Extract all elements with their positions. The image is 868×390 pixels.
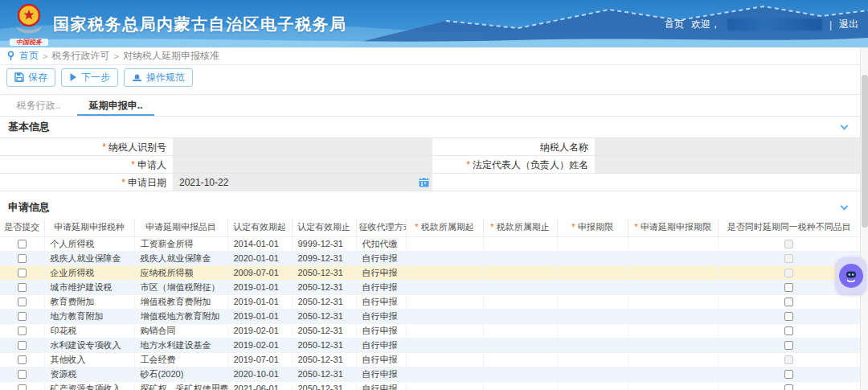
table-row[interactable]: 教育费附加增值税教育费附加2019-01-012050-12-31自行申报 [0, 294, 860, 309]
required-marker: * [490, 222, 493, 232]
submit-checkbox[interactable] [18, 384, 27, 390]
save-icon [14, 72, 24, 82]
same-item-checkbox[interactable] [784, 283, 793, 292]
submit-checkbox[interactable] [18, 269, 27, 277]
submit-cell [0, 251, 44, 265]
vertical-scrollbar[interactable] [860, 47, 868, 390]
submit-cell [0, 265, 44, 280]
table-cell [483, 309, 557, 323]
assistant-widget[interactable] [836, 257, 866, 294]
table-cell [406, 236, 483, 251]
table-cell [557, 352, 628, 367]
column-header: *申报期限 [557, 218, 628, 236]
play-icon [69, 72, 77, 82]
table-row[interactable]: 城市维护建设税市区（增值税附征）2019-01-012050-12-31自行申报 [0, 280, 860, 294]
table-cell: 2019-01-01 [227, 280, 292, 294]
home-link[interactable]: 首页 [665, 18, 684, 31]
table-cell: 自行申报 [356, 309, 406, 323]
submit-checkbox[interactable] [18, 240, 27, 248]
submit-checkbox[interactable] [18, 254, 27, 263]
legal-rep-field [595, 156, 860, 173]
breadcrumb-home[interactable]: 首页 [19, 49, 39, 63]
table-row[interactable]: 水利建设专项收入地方水利建设基金2019-02-012050-12-31自行申报 [0, 338, 860, 352]
table-cell: 自行申报 [356, 381, 406, 390]
logo-caption: 中国税务 [10, 39, 48, 46]
tab-delay-application[interactable]: 延期申报申.. [77, 95, 154, 116]
form-row: *申请日期 2021-10-22 [0, 174, 860, 191]
header-divider: | [829, 19, 832, 31]
table-row[interactable]: 个人所得税工资薪金所得2014-01-019999-12-31代扣代缴 [0, 236, 860, 251]
breadcrumb: 首页 > 税务行政许可 > 对纳税人延期申报核准 [0, 47, 868, 65]
table-cell: 2050-12-31 [292, 323, 356, 338]
table-row[interactable]: 其他收入工会经费2019-07-012050-12-31自行申报 [0, 352, 860, 367]
table-cell: 2019-07-01 [227, 352, 292, 367]
table-cell [557, 381, 628, 390]
required-marker: * [131, 159, 135, 170]
table-cell: 自行申报 [356, 294, 406, 309]
table-cell: 工会经费 [134, 352, 227, 367]
apply-date-field[interactable]: 2021-10-22 [173, 174, 432, 191]
same-item-cell [718, 323, 860, 338]
submit-checkbox[interactable] [18, 370, 27, 379]
submit-cell [0, 236, 44, 251]
table-cell [483, 294, 557, 309]
table-cell: 增值税地方教育附加 [134, 309, 227, 323]
application-info-section-header: 申请信息 [0, 197, 860, 218]
table-cell [406, 280, 483, 294]
same-item-checkbox[interactable] [784, 370, 793, 379]
table-row[interactable]: 矿产资源专项收入探矿权、采矿权使用费收入2021-06-012050-12-31… [0, 381, 860, 390]
tab-tax-admin[interactable]: 税务行政.. [0, 95, 77, 116]
table-cell [406, 251, 483, 265]
same-item-checkbox[interactable] [784, 298, 793, 306]
table-cell: 自行申报 [356, 265, 406, 280]
apply-date-label: *申请日期 [0, 174, 173, 191]
table-cell [406, 367, 483, 381]
submit-checkbox[interactable] [18, 355, 27, 364]
same-item-checkbox[interactable] [784, 341, 793, 350]
table-row[interactable]: 残疾人就业保障金残疾人就业保障金2020-01-012099-12-31自行申报 [0, 251, 860, 265]
table-cell: 2021-06-01 [227, 381, 292, 390]
form-row: *纳税人识别号 纳税人名称 [0, 138, 860, 156]
same-item-cell [718, 338, 860, 352]
table-cell: 购销合同 [134, 323, 227, 338]
table-cell: 水利建设专项收入 [44, 338, 134, 352]
chevron-down-icon[interactable] [841, 203, 849, 211]
same-item-checkbox[interactable] [784, 326, 793, 335]
column-header: 申请延期申报税种 [44, 218, 134, 236]
table-cell: 2099-12-31 [292, 251, 356, 265]
table-cell: 2050-12-31 [292, 280, 356, 294]
applicant-field [173, 156, 432, 173]
table-cell: 自行申报 [356, 323, 406, 338]
applicant-label: *申请人 [0, 156, 173, 173]
national-emblem-icon [11, 2, 47, 35]
robot-icon [844, 269, 858, 283]
table-row[interactable]: 资源税砂石(2020)2020-10-012050-12-31自行申报 [0, 367, 860, 381]
breadcrumb-separator: > [43, 51, 47, 61]
submit-checkbox[interactable] [18, 326, 27, 335]
table-row[interactable]: 地方教育附加增值税地方教育附加2019-01-012050-12-31自行申报 [0, 309, 860, 323]
table-cell: 应纳税所得额 [134, 265, 227, 280]
table-row[interactable]: 印花税购销合同2019-02-012050-12-31自行申报 [0, 323, 860, 338]
operation-spec-button[interactable]: 操作规范 [124, 68, 193, 87]
scrollbar-thumb[interactable] [862, 75, 868, 228]
chevron-down-icon[interactable] [841, 122, 849, 130]
table-cell: 砂石(2020) [134, 367, 227, 381]
table-cell [557, 323, 628, 338]
next-step-button-label: 下一步 [81, 71, 110, 84]
submit-checkbox[interactable] [18, 341, 27, 350]
submit-checkbox[interactable] [18, 283, 27, 292]
next-step-button[interactable]: 下一步 [61, 68, 118, 87]
calendar-icon[interactable] [419, 177, 429, 187]
table-cell: 自行申报 [356, 367, 406, 381]
submit-checkbox[interactable] [18, 312, 27, 321]
same-item-checkbox[interactable] [784, 384, 793, 390]
header-right: 首页 欢迎， | 退出 [665, 18, 858, 31]
submit-checkbox[interactable] [18, 298, 27, 306]
table-cell [628, 294, 718, 309]
logout-link[interactable]: 退出 [839, 18, 858, 31]
save-button[interactable]: 保存 [6, 68, 55, 87]
same-item-checkbox[interactable] [784, 312, 793, 321]
table-cell [628, 280, 718, 294]
table-cell: 自行申报 [356, 251, 406, 265]
table-row[interactable]: 企业所得税应纳税所得额2009-07-012050-12-31自行申报 [0, 265, 860, 280]
